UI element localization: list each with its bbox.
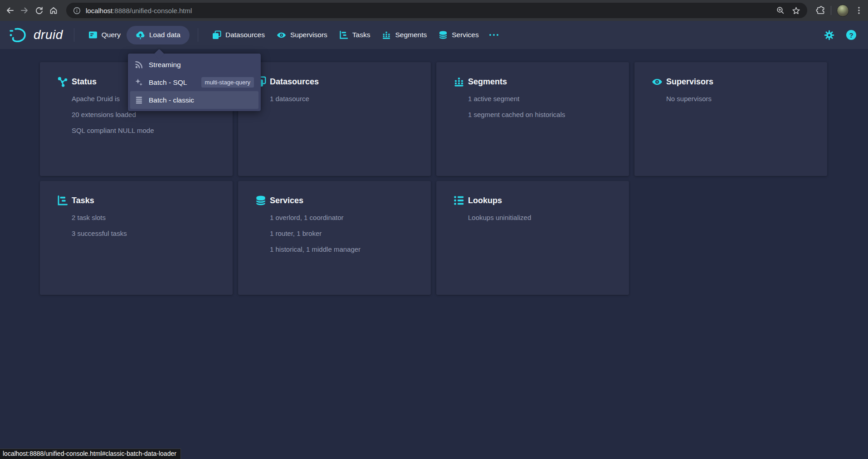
nav-item-label: Services: [452, 31, 478, 39]
lookups-card[interactable]: Lookups Lookups uninitialized: [436, 181, 629, 295]
nav-item-label: Datasources: [225, 31, 265, 39]
card-line: 1 active segment: [468, 94, 618, 103]
supervisors-card[interactable]: Supervisors No supervisors: [634, 62, 827, 176]
console-icon: [88, 30, 98, 39]
home-icon: [49, 6, 58, 15]
card-title: Status: [72, 77, 97, 87]
link-status-bar: localhost:8888/unified-console.html#clas…: [0, 449, 181, 459]
druid-logo[interactable]: druid: [8, 27, 66, 43]
browser-actions: [815, 5, 863, 17]
card-title: Lookups: [468, 196, 502, 205]
card-title: Tasks: [72, 196, 94, 205]
multi-stage-query-tag: multi-stage-query: [201, 77, 254, 88]
nav-item-load-data[interactable]: Load data: [127, 26, 190, 44]
address-bar-actions: [776, 6, 801, 15]
card-header: Segments: [454, 76, 618, 88]
card-line: 1 router, 1 broker: [270, 229, 420, 238]
tasks-card[interactable]: Tasks 2 task slots 3 successful tasks: [40, 181, 233, 295]
card-line: 1 segment cached on historicals: [468, 110, 618, 119]
nav-item-segments[interactable]: Segments: [376, 26, 433, 44]
help-button[interactable]: ?: [846, 30, 856, 40]
gantt-icon: [57, 195, 68, 206]
nav-item-datasources[interactable]: Datasources: [206, 26, 271, 44]
druid-navbar: druid Query Load data Datasources Superv…: [0, 21, 868, 49]
url-path: :8888/unified-console.html: [112, 7, 192, 15]
bar-chart-icon: [454, 76, 464, 87]
gear-icon: [824, 30, 834, 40]
nav-divider: [74, 28, 74, 42]
nav-item-supervisors[interactable]: Supervisors: [271, 26, 333, 44]
card-line: Lookups uninitialized: [468, 213, 618, 222]
card-line: SQL compliant NULL mode: [72, 126, 222, 135]
settings-button[interactable]: [824, 30, 834, 40]
cloud-upload-icon: [136, 30, 145, 40]
reload-button[interactable]: [32, 4, 46, 17]
nav-item-label: Tasks: [352, 31, 371, 39]
more-menu-button[interactable]: [485, 29, 503, 42]
help-icon: ?: [849, 31, 853, 39]
nav-item-label: Segments: [395, 31, 427, 39]
menu-item-label: Batch - SQL: [149, 78, 187, 87]
profile-avatar[interactable]: [837, 5, 849, 17]
nav-item-label: Load data: [149, 31, 180, 39]
browser-menu-icon[interactable]: [854, 6, 863, 15]
card-line: 3 successful tasks: [72, 229, 222, 238]
nav-item-label: Supervisors: [290, 31, 327, 39]
card-line: 1 overlord, 1 coordinator: [270, 213, 420, 222]
card-header: Services: [255, 195, 420, 206]
list-icon: [135, 96, 143, 104]
toolbar-separator: [831, 6, 831, 15]
card-line: 1 datasource: [270, 94, 420, 103]
nav-divider: [198, 28, 198, 42]
card-title: Datasources: [270, 77, 319, 87]
druid-logo-icon: [8, 27, 29, 43]
more-icon: [489, 34, 492, 36]
nav-item-tasks[interactable]: Tasks: [333, 26, 376, 44]
menu-item-batch-sql[interactable]: Batch - SQL multi-stage-query: [130, 73, 258, 91]
site-info-icon[interactable]: [73, 6, 81, 15]
services-card[interactable]: Services 1 overlord, 1 coordinator 1 rou…: [238, 181, 431, 295]
card-line: 2 task slots: [72, 213, 222, 222]
load-data-menu: Streaming Batch - SQL multi-stage-query …: [128, 54, 261, 111]
card-header: Supervisors: [652, 76, 816, 88]
card-header: Lookups: [454, 195, 618, 206]
address-bar[interactable]: localhost:8888/unified-console.html: [66, 3, 807, 18]
database-icon: [255, 195, 266, 206]
card-line: 20 extensions loaded: [72, 110, 222, 119]
forward-button[interactable]: [18, 4, 31, 17]
extensions-icon[interactable]: [815, 5, 825, 15]
menu-item-batch-classic[interactable]: Batch - classic: [130, 91, 258, 109]
properties-icon: [454, 195, 464, 206]
nav-right-actions: ?: [824, 30, 856, 40]
nav-item-label: Query: [102, 31, 121, 39]
card-title: Services: [270, 196, 303, 205]
card-title: Segments: [468, 77, 507, 87]
database-icon: [439, 30, 448, 39]
zoom-icon[interactable]: [776, 6, 785, 15]
menu-item-label: Streaming: [149, 61, 181, 69]
forward-arrow-icon: [20, 6, 29, 15]
browser-toolbar: localhost:8888/unified-console.html: [0, 0, 868, 21]
back-button[interactable]: [3, 4, 17, 17]
card-line: 1 historical, 1 middle manager: [270, 245, 420, 254]
back-arrow-icon: [5, 6, 15, 15]
bookmark-star-icon[interactable]: [791, 6, 801, 15]
nav-item-query[interactable]: Query: [83, 26, 127, 44]
card-header: Tasks: [57, 195, 222, 206]
menu-item-streaming[interactable]: Streaming: [130, 56, 258, 73]
menu-item-label: Batch - classic: [149, 96, 194, 104]
datasources-card[interactable]: Datasources 1 datasource: [238, 62, 431, 176]
nav-item-services[interactable]: Services: [433, 26, 484, 44]
brand-wordmark: druid: [34, 28, 66, 42]
gantt-icon: [339, 30, 348, 39]
url-host: localhost: [86, 7, 112, 15]
sparkles-icon: [135, 78, 143, 87]
bar-chart-icon: [382, 30, 391, 39]
segments-card[interactable]: Segments 1 active segment 1 segment cach…: [436, 62, 629, 176]
card-line: No supervisors: [666, 94, 816, 103]
eye-icon: [652, 76, 663, 87]
url-text: localhost:8888/unified-console.html: [86, 7, 770, 15]
eye-icon: [277, 30, 286, 40]
home-button[interactable]: [47, 4, 60, 17]
feed-icon: [135, 60, 143, 69]
